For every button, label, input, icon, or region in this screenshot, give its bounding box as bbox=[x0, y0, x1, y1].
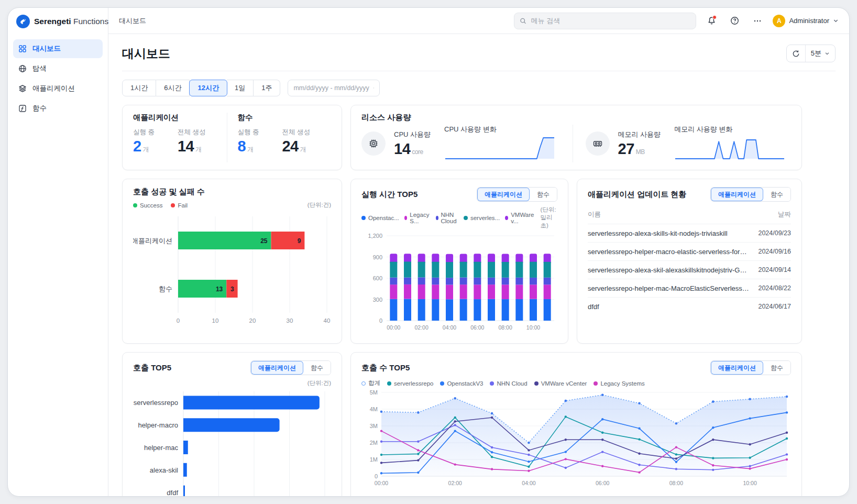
notifications-button[interactable] bbox=[704, 13, 719, 29]
search-input[interactable] bbox=[531, 17, 691, 25]
call-count-card: 호출 수 TOP5 애플리케이션함수 합계serverlessrepoOpens… bbox=[350, 352, 802, 496]
legend-dot bbox=[133, 203, 137, 207]
more-icon bbox=[753, 17, 762, 25]
exec-time-title: 실행 시간 TOP5 bbox=[361, 190, 417, 200]
svg-text:0: 0 bbox=[379, 317, 382, 324]
legend-dot bbox=[464, 216, 468, 220]
svg-text:1M: 1M bbox=[370, 456, 378, 463]
sidebar-item-label: 함수 bbox=[32, 104, 47, 113]
app-date: 2024/09/23 bbox=[756, 224, 791, 243]
stat-value-running: 8개 bbox=[238, 138, 259, 155]
refresh-icon bbox=[792, 50, 800, 58]
cpu-usage-block: CPU 사용량 14core CPU 사용량 변화 bbox=[361, 125, 567, 162]
svg-text:06:00: 06:00 bbox=[470, 324, 484, 331]
app-date: 2024/08/22 bbox=[756, 279, 791, 298]
svg-text:08:00: 08:00 bbox=[499, 324, 512, 331]
svg-text:13: 13 bbox=[216, 286, 223, 293]
card-tab[interactable]: 함수 bbox=[303, 361, 331, 375]
sidebar-item-dashboard[interactable]: 대시보드 bbox=[13, 39, 103, 58]
svg-text:06:00: 06:00 bbox=[596, 480, 609, 486]
legend-item: 합계 bbox=[361, 379, 380, 387]
chevron-down-icon bbox=[825, 51, 830, 56]
explore-icon bbox=[18, 64, 27, 73]
sidebar-item-label: 대시보드 bbox=[32, 44, 61, 53]
exec-time-tabs: 애플리케이션함수 bbox=[477, 187, 557, 202]
legend-item: serverlessrepo bbox=[387, 380, 433, 387]
svg-text:02:00: 02:00 bbox=[415, 324, 429, 331]
refresh-interval-select[interactable]: 5분 bbox=[806, 45, 835, 62]
app-name: serverlessrepo-helper-macro-elastic-serv… bbox=[588, 243, 756, 261]
card-tab[interactable]: 애플리케이션 bbox=[477, 188, 530, 201]
date-range-input[interactable]: mm/dd/yyyy - mm/dd/yyyy bbox=[288, 80, 380, 96]
sidebar-menu: 대시보드탐색애플리케이션함수 bbox=[8, 35, 108, 122]
refresh-button[interactable] bbox=[787, 45, 806, 62]
user-menu[interactable]: A Administrator bbox=[773, 15, 839, 27]
legend-item: Success bbox=[133, 202, 162, 209]
card-tab[interactable]: 애플리케이션 bbox=[251, 361, 303, 375]
time-range-group: 1시간6시간12시간1일1주 bbox=[122, 80, 280, 96]
legend-item: VMWare vCenter bbox=[534, 380, 587, 387]
time-range-button[interactable]: 1일 bbox=[227, 80, 254, 96]
svg-text:3: 3 bbox=[230, 286, 234, 293]
memory-usage-value: 27MB bbox=[618, 140, 661, 158]
legend-dot bbox=[505, 216, 508, 220]
applications-icon bbox=[18, 84, 27, 93]
stats-applications-title: 애플리케이션 bbox=[133, 113, 219, 123]
legend-dot bbox=[404, 216, 408, 220]
card-tab[interactable]: 함수 bbox=[763, 361, 790, 375]
card-tab[interactable]: 애플리케이션 bbox=[711, 361, 763, 375]
svg-text:04:00: 04:00 bbox=[522, 480, 535, 486]
legend-item: VMWare v... bbox=[505, 212, 535, 224]
card-tab[interactable]: 함수 bbox=[763, 188, 790, 201]
table-row[interactable]: serverlessrepo-helper-macro-elastic-serv… bbox=[588, 243, 791, 261]
call-count-title: 호출 수 TOP5 bbox=[361, 363, 410, 373]
memory-trend-label: 메모리 사용량 변화 bbox=[674, 125, 785, 134]
content-area: 대시보드 5분 1시간6시간12시간1일1주 mm/dd/yyyy - mm/d… bbox=[108, 34, 849, 496]
calls-top5-card: 호출 TOP5 애플리케이션함수 (단위:건) 0100200300400ser… bbox=[122, 352, 342, 496]
sidebar-item-functions[interactable]: 함수 bbox=[13, 99, 103, 118]
cpu-icon bbox=[361, 132, 386, 156]
svg-text:alexa-skil: alexa-skil bbox=[150, 466, 178, 474]
refresh-interval-value: 5분 bbox=[811, 49, 821, 58]
table-header-name: 이름 bbox=[588, 206, 756, 224]
table-row[interactable]: serverlessrepo-alexa-skills-kit-nodejs-t… bbox=[588, 224, 791, 243]
legend-item: Legacy Systems bbox=[594, 380, 644, 387]
table-row[interactable]: serverlessrepo-helper-mac-MacroElasticSe… bbox=[588, 279, 791, 298]
dashboard-icon bbox=[18, 45, 27, 53]
svg-text:02:00: 02:00 bbox=[448, 480, 462, 486]
time-range-button[interactable]: 1주 bbox=[254, 80, 280, 96]
app-updates-card: 애플리케이션 업데이트 현황 애플리케이션함수 이름날짜serverlessre… bbox=[577, 179, 802, 344]
svg-text:serverlessrepo: serverlessrepo bbox=[134, 399, 178, 407]
table-row[interactable]: dfdf2024/06/17 bbox=[588, 298, 791, 316]
help-icon bbox=[730, 16, 739, 25]
legend-dot bbox=[361, 381, 366, 386]
more-button[interactable] bbox=[750, 13, 765, 29]
user-name: Administrator bbox=[789, 17, 829, 25]
help-button[interactable] bbox=[727, 13, 742, 29]
cpu-trend-label: CPU 사용량 변화 bbox=[444, 125, 555, 134]
sidebar-item-applications[interactable]: 애플리케이션 bbox=[13, 79, 103, 98]
resources-title: 리소스 사용량 bbox=[361, 113, 791, 123]
time-range-button[interactable]: 12시간 bbox=[189, 80, 227, 96]
time-range-button[interactable]: 1시간 bbox=[122, 80, 156, 96]
svg-text:300: 300 bbox=[373, 297, 382, 303]
card-tab[interactable]: 애플리케이션 bbox=[711, 188, 763, 201]
legend-dot bbox=[361, 216, 366, 220]
table-row[interactable]: serverlessrepo-alexa-skil-alexaskillskit… bbox=[588, 261, 791, 279]
svg-text:00:00: 00:00 bbox=[375, 480, 388, 486]
sidebar-item-label: 애플리케이션 bbox=[32, 84, 75, 93]
sidebar: Serengeti Functions 대시보드탐색애플리케이션함수 bbox=[8, 8, 108, 496]
time-range-button[interactable]: 6시간 bbox=[156, 80, 190, 96]
app-updates-tabs: 애플리케이션함수 bbox=[710, 187, 791, 202]
app-name: dfdf bbox=[588, 298, 756, 316]
card-tab[interactable]: 함수 bbox=[530, 188, 557, 201]
sidebar-item-explore[interactable]: 탐색 bbox=[13, 59, 103, 78]
svg-text:00:00: 00:00 bbox=[387, 324, 400, 331]
legend-item: NHN Cloud bbox=[436, 212, 458, 224]
svg-text:9: 9 bbox=[298, 237, 301, 245]
functions-icon bbox=[18, 104, 27, 113]
svg-text:2M: 2M bbox=[370, 440, 378, 446]
legend-item: OpenstackV3 bbox=[440, 380, 483, 387]
search-box[interactable] bbox=[514, 13, 696, 29]
brand-name: Serengeti Functions bbox=[34, 17, 108, 26]
